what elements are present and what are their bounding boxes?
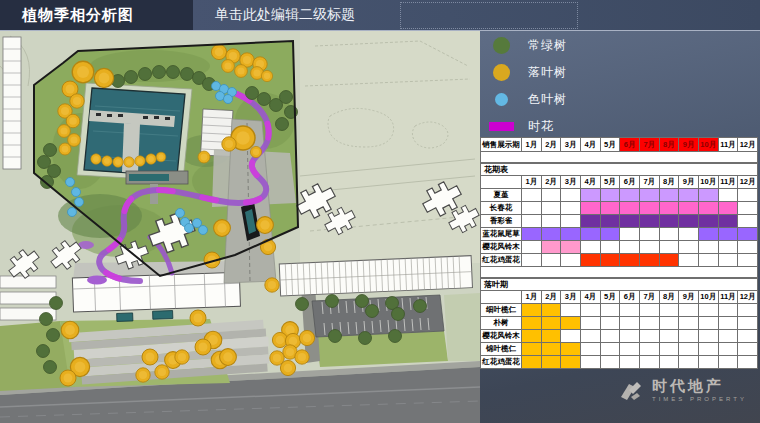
deciduous-swatch-icon — [493, 64, 510, 81]
period-cell — [600, 241, 620, 254]
month-header: 4月 — [580, 291, 600, 304]
period-cell — [639, 189, 659, 202]
legend-label: 时花 — [528, 118, 554, 135]
sales-label: 销售展示期 — [481, 138, 522, 152]
period-cell — [659, 189, 679, 202]
period-cell — [541, 317, 561, 330]
site-plan-map — [0, 31, 480, 423]
period-cell — [698, 343, 718, 356]
period-cell — [679, 215, 699, 228]
sales-month-cell: 3月 — [561, 138, 581, 152]
period-cell — [639, 228, 659, 241]
sales-month-cell: 9月 — [679, 138, 699, 152]
period-cell — [541, 215, 561, 228]
bloom-period-table: 花期表1月2月3月4月5月6月7月8月9月10月11月12月夏堇长春花香彩雀蓝花… — [480, 163, 758, 278]
month-header: 6月 — [620, 291, 640, 304]
period-cell — [522, 304, 542, 317]
period-cell — [541, 330, 561, 343]
month-header: 8月 — [659, 291, 679, 304]
period-cell — [659, 241, 679, 254]
period-cell — [679, 304, 699, 317]
month-header: 5月 — [600, 176, 620, 189]
period-cell — [600, 228, 620, 241]
sales-month-cell: 5月 — [600, 138, 620, 152]
period-cell — [679, 343, 699, 356]
spacer-row — [481, 267, 758, 278]
period-cell — [522, 343, 542, 356]
period-cell — [522, 254, 542, 267]
title-block: 植物季相分析图 — [0, 0, 193, 30]
sales-month-cell: 10月 — [698, 138, 718, 152]
period-cell — [738, 304, 758, 317]
page-title: 植物季相分析图 — [0, 6, 134, 25]
period-cell — [561, 241, 581, 254]
species-row: 夏堇 — [481, 189, 758, 202]
period-cell — [698, 215, 718, 228]
period-cell — [738, 241, 758, 254]
month-header: 5月 — [600, 291, 620, 304]
species-row: 长春花 — [481, 202, 758, 215]
period-cell — [580, 343, 600, 356]
period-cell — [659, 330, 679, 343]
period-cell — [718, 330, 738, 343]
placeholder-outline[interactable] — [400, 2, 578, 29]
period-cell — [679, 241, 699, 254]
period-cell — [580, 241, 600, 254]
period-cell — [679, 356, 699, 369]
period-cell — [561, 343, 581, 356]
subtitle-placeholder[interactable]: 单击此处编辑二级标题 — [193, 6, 355, 24]
legend-label: 落叶树 — [528, 64, 567, 81]
period-cell — [659, 228, 679, 241]
period-cell — [679, 189, 699, 202]
sales-month-cell: 11月 — [718, 138, 738, 152]
period-cell — [522, 317, 542, 330]
species-row: 锦叶榄仁 — [481, 343, 758, 356]
month-header: 9月 — [679, 291, 699, 304]
colorleaf-swatch-icon — [495, 93, 508, 106]
period-cell — [600, 343, 620, 356]
sales-month-cell: 4月 — [580, 138, 600, 152]
period-cell — [639, 317, 659, 330]
period-cell — [718, 317, 738, 330]
logo-name: 时代地产 — [652, 378, 747, 395]
period-cell — [718, 356, 738, 369]
period-cell — [541, 304, 561, 317]
legend-label: 常绿树 — [528, 37, 567, 54]
period-cell — [580, 330, 600, 343]
period-cell — [718, 254, 738, 267]
period-cell — [580, 254, 600, 267]
period-cell — [639, 356, 659, 369]
month-header: 3月 — [561, 176, 581, 189]
month-header: 10月 — [698, 176, 718, 189]
period-cell — [561, 202, 581, 215]
period-cell — [659, 254, 679, 267]
period-cell — [522, 241, 542, 254]
period-cell — [698, 228, 718, 241]
period-cell — [659, 304, 679, 317]
period-cell — [679, 202, 699, 215]
species-row: 细叶榄仁 — [481, 304, 758, 317]
logo-icon — [618, 374, 646, 406]
sales-month-cell: 1月 — [522, 138, 542, 152]
period-cell — [738, 317, 758, 330]
period-cell — [541, 202, 561, 215]
legend-item-evergreen: 常绿树 — [487, 36, 567, 54]
period-cell — [561, 304, 581, 317]
period-cell — [620, 254, 640, 267]
period-cell — [541, 254, 561, 267]
period-cell — [698, 304, 718, 317]
period-cell — [639, 241, 659, 254]
species-row: 朴树 — [481, 317, 758, 330]
period-cell — [522, 330, 542, 343]
logo-subname: TIMES PROPERTY — [652, 396, 747, 402]
period-cell — [580, 215, 600, 228]
period-cell — [580, 304, 600, 317]
period-cell — [561, 330, 581, 343]
period-cell — [561, 317, 581, 330]
period-cell — [659, 317, 679, 330]
slide: 植物季相分析图 单击此处编辑二级标题 — [0, 0, 760, 423]
period-cell — [600, 304, 620, 317]
month-header: 11月 — [718, 176, 738, 189]
table-title: 落叶期 — [481, 279, 758, 291]
period-cell — [639, 215, 659, 228]
